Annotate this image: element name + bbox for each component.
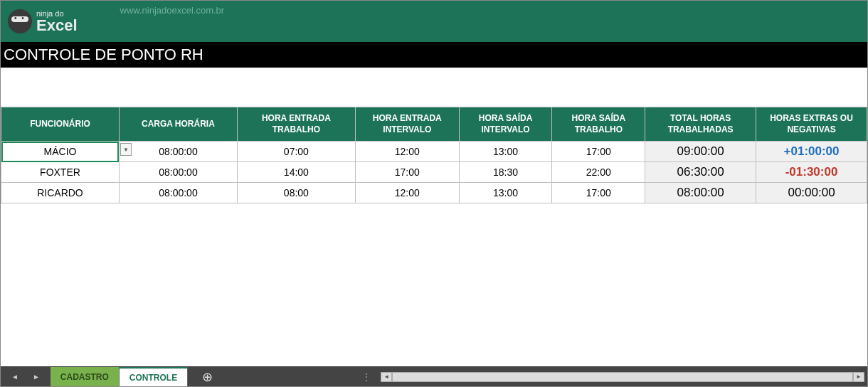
scroll-right-icon[interactable]: ► (853, 372, 864, 382)
cell-entrada_trab[interactable]: 08:00 (237, 183, 355, 203)
cell-total: 09:00:00 (645, 142, 756, 162)
th-saida-trab: HORA SAÍDA TRABALHO (552, 107, 645, 142)
cell-saida_trab[interactable]: 17:00 (552, 183, 645, 203)
tab-cadastro[interactable]: CADASTRO (51, 367, 120, 386)
cell-entrada_trab[interactable]: 07:00 (237, 142, 355, 162)
site-url: www.ninjadoexcel.com.br (120, 5, 225, 16)
table-row: RICARDO08:00:0008:0012:0013:0017:0008:00… (1, 183, 867, 203)
table-header-row: FUNCIONÁRIO CARGA HORÁRIA HORA ENTRADA T… (1, 107, 867, 142)
cell-entrada_int[interactable]: 12:00 (355, 183, 459, 203)
th-total: TOTAL HORAS TRABALHADAS (645, 107, 756, 142)
scroll-left-icon[interactable]: ◄ (381, 372, 392, 382)
tab-controle[interactable]: CONTROLE (120, 367, 188, 386)
page-title: CONTROLE DE PONTO RH (1, 43, 867, 68)
table-row: MÁCIO▼08:00:0007:0012:0013:0017:0009:00:… (1, 142, 867, 162)
logo-text: ninja do Excel (36, 10, 78, 33)
cell-funcionario[interactable]: MÁCIO▼ (1, 142, 120, 162)
cell-carga[interactable]: 08:00:00 (119, 142, 237, 162)
th-entrada-trab: HORA ENTRADA TRABALHO (237, 107, 355, 142)
cell-saida_int[interactable]: 18:30 (459, 162, 552, 183)
ninja-icon (8, 9, 32, 33)
nav-next-icon[interactable]: ► (33, 373, 40, 381)
cell-entrada_int[interactable]: 17:00 (355, 162, 459, 183)
sheet-nav-arrows[interactable]: ◄ ► (1, 367, 51, 386)
th-extras: HORAS EXTRAS OU NEGATIVAS (756, 107, 867, 142)
cell-saida_trab[interactable]: 17:00 (552, 142, 645, 162)
cell-saida_int[interactable]: 13:00 (459, 183, 552, 203)
nav-prev-icon[interactable]: ◄ (11, 373, 18, 381)
spacer (1, 68, 867, 107)
scroll-track[interactable] (392, 372, 853, 382)
cell-carga[interactable]: 08:00:00 (119, 183, 237, 203)
cell-entrada_int[interactable]: 12:00 (355, 142, 459, 162)
cell-extras: -01:30:00 (756, 162, 867, 183)
header-bar: ninja do Excel www.ninjadoexcel.com.br (1, 1, 867, 43)
cell-carga[interactable]: 08:00:00 (119, 162, 237, 183)
cell-funcionario[interactable]: RICARDO (1, 183, 120, 203)
th-saida-int: HORA SAÍDA INTERVALO (459, 107, 552, 142)
th-carga: CARGA HORÁRIA (119, 107, 237, 142)
cell-saida_int[interactable]: 13:00 (459, 142, 552, 162)
cell-entrada_trab[interactable]: 14:00 (237, 162, 355, 183)
th-funcionario: FUNCIONÁRIO (1, 107, 120, 142)
cell-total: 08:00:00 (645, 183, 756, 203)
cell-extras: +01:00:00 (756, 142, 867, 162)
cell-extras: 00:00:00 (756, 183, 867, 203)
logo-big: Excel (36, 18, 78, 33)
cell-saida_trab[interactable]: 22:00 (552, 162, 645, 183)
dropdown-icon[interactable]: ▼ (120, 143, 132, 156)
table-row: FOXTER08:00:0014:0017:0018:3022:0006:30:… (1, 162, 867, 183)
logo: ninja do Excel (8, 9, 78, 33)
add-sheet-button[interactable]: ⊕ (188, 367, 227, 386)
horizontal-scrollbar[interactable]: ◄ ► (378, 367, 867, 386)
tab-resize-grip[interactable]: ⋮ (355, 367, 378, 386)
th-entrada-int: HORA ENTRADA INTERVALO (355, 107, 459, 142)
cell-funcionario[interactable]: FOXTER (1, 162, 120, 183)
timesheet-table: FUNCIONÁRIO CARGA HORÁRIA HORA ENTRADA T… (1, 107, 867, 203)
cell-total: 06:30:00 (645, 162, 756, 183)
sheet-tab-bar: ◄ ► CADASTRO CONTROLE ⊕ ⋮ ◄ ► (1, 366, 867, 386)
